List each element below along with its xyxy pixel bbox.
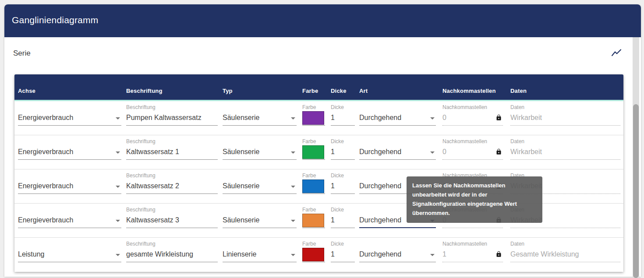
achse-select[interactable]: Energieverbrauch [18,135,121,160]
color-swatch[interactable] [302,111,324,125]
column-header-typ: Typ [223,88,233,94]
typ-select[interactable]: Säulenserie [223,204,297,228]
series-table: Achse Beschriftung Typ Farbe Dicke Art N… [14,74,623,272]
main-panel: Gangliniendiagramm Serie Achse Beschrift… [4,4,641,277]
dicke-input[interactable]: Dicke 1 [331,169,355,194]
typ-select[interactable]: Säulenserie [223,101,297,126]
nachkommastellen-input: Nachkommastellen 0 [442,135,503,160]
beschriftung-input[interactable]: Beschriftung Kaltwassersatz 3 [126,204,218,228]
farbe-picker[interactable]: Farbe [302,101,325,126]
lock-icon [495,251,502,257]
section-title: Serie [13,49,31,58]
dicke-input[interactable]: Dicke 1 [331,101,355,126]
typ-select[interactable]: Säulenserie [223,169,297,194]
chevron-down-icon [430,117,435,120]
chevron-down-icon [116,220,120,222]
chevron-down-icon [430,151,435,154]
chevron-down-icon [430,254,435,256]
beschriftung-input[interactable]: Beschriftung gesamte Wirkleistung [126,238,218,262]
table-row: Energieverbrauch Beschriftung Pumpen Kal… [14,101,623,135]
column-header-art: Art [359,88,368,94]
app-header: Gangliniendiagramm [4,4,641,37]
farbe-picker[interactable]: Farbe [302,238,325,262]
column-header-nachkommastellen: Nachkommastellen [442,88,496,94]
art-select[interactable]: Durchgehend [359,238,436,262]
achse-select[interactable]: Energieverbrauch [18,169,121,194]
typ-select[interactable]: Linienserie [223,238,297,262]
daten-input: Daten Wirkarbeit [510,135,620,160]
color-swatch[interactable] [302,179,324,193]
column-header-farbe: Farbe [302,88,318,94]
dicke-input[interactable]: Dicke 1 [331,238,355,262]
column-header-daten: Daten [510,88,527,94]
beschriftung-input[interactable]: Beschriftung Pumpen Kaltwassersatz [126,101,218,126]
scrollbar-track [633,37,639,278]
nachkommastellen-input: Nachkommastellen 1 [442,238,503,262]
farbe-picker[interactable]: Farbe [302,135,325,160]
column-header-dicke: Dicke [331,88,347,94]
lock-icon [495,148,502,155]
achse-select[interactable]: Energieverbrauch [18,101,121,126]
nachkommastellen-input: Nachkommastellen 0 [442,101,503,126]
chevron-down-icon [291,151,295,154]
color-swatch[interactable] [302,214,324,227]
chevron-down-icon [291,254,295,256]
nachkommastellen-tooltip: Lassen Sie die Nachkommastellen unbearbe… [407,176,542,223]
achse-select[interactable]: Energieverbrauch [18,204,121,228]
daten-input: Daten Wirkarbeit [510,101,620,126]
line-chart-icon [611,48,622,59]
art-select[interactable]: Durchgehend [359,135,436,160]
color-swatch[interactable] [302,248,324,261]
table-header: Achse Beschriftung Typ Farbe Dicke Art N… [14,74,623,100]
chevron-down-icon [291,220,295,222]
color-swatch[interactable] [302,145,324,159]
page-title: Gangliniendiagramm [12,15,98,25]
farbe-picker[interactable]: Farbe [302,169,325,194]
dicke-input[interactable]: Dicke 1 [331,135,355,160]
column-header-achse: Achse [18,88,35,94]
scrollbar-thumb[interactable] [633,104,639,278]
chevron-down-icon [116,186,120,188]
column-header-beschriftung: Beschriftung [126,88,163,94]
daten-input: Daten Gesamte Wirkleistung [510,238,620,262]
table-row: Leistung Beschriftung gesamte Wirkleistu… [14,238,623,272]
chevron-down-icon [116,254,120,256]
art-select[interactable]: Durchgehend [359,101,436,126]
lock-icon [495,114,502,121]
chevron-down-icon [116,117,120,120]
chevron-down-icon [116,151,120,154]
table-row: Energieverbrauch Beschriftung Kaltwasser… [14,135,623,169]
chevron-down-icon [291,186,295,188]
beschriftung-input[interactable]: Beschriftung Kaltwassersatz 2 [126,169,218,194]
typ-select[interactable]: Säulenserie [223,135,297,160]
farbe-picker[interactable]: Farbe [302,204,325,228]
beschriftung-input[interactable]: Beschriftung Kaltwassersatz 1 [126,135,218,160]
chevron-down-icon [291,117,295,120]
dicke-input[interactable]: Dicke 1 [331,204,355,228]
achse-select[interactable]: Leistung [18,238,121,262]
